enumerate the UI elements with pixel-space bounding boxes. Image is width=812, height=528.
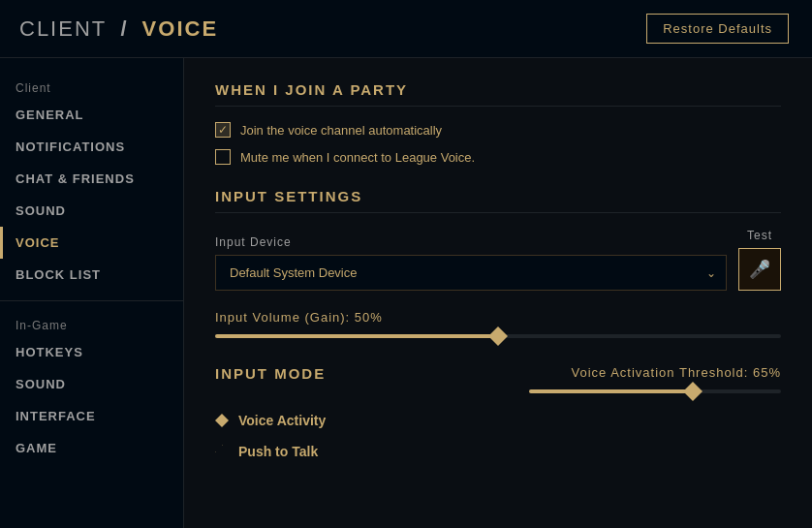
input-device-select-wrapper[interactable]: Default System Device ⌄	[215, 255, 727, 291]
input-settings-section: INPUT SETTINGS Input Device Default Syst…	[215, 188, 781, 338]
volume-label: Input Volume (Gain): 50%	[215, 310, 781, 325]
sidebar-item-block-list[interactable]: BLOCK LIST	[0, 259, 183, 291]
threshold-slider-thumb[interactable]	[683, 382, 703, 401]
input-device-wrapper: Input Device Default System Device ⌄	[215, 235, 727, 291]
push-to-talk-label: Push to Talk	[238, 444, 318, 459]
voice-threshold-wrapper: Voice Activation Threshold: 65%	[529, 365, 781, 393]
input-mode-header: INPUT MODE Voice Activation Threshold: 6…	[215, 365, 781, 397]
sidebar: Client GENERAL NOTIFICATIONS CHAT & FRIE…	[0, 58, 184, 528]
sidebar-item-chat-friends[interactable]: CHAT & FRIENDS	[0, 163, 183, 195]
voice-label: VOICE	[142, 16, 218, 41]
client-label: CLIENT	[19, 16, 107, 41]
voice-activity-radio[interactable]	[215, 414, 229, 427]
main-layout: Client GENERAL NOTIFICATIONS CHAT & FRIE…	[0, 58, 812, 528]
microphone-icon: 🎤	[749, 259, 770, 280]
sidebar-item-general[interactable]: GENERAL	[0, 99, 183, 131]
input-device-label: Input Device	[215, 235, 727, 249]
voice-threshold-label: Voice Activation Threshold: 65%	[529, 365, 781, 380]
sidebar-item-sound2[interactable]: SOUND	[0, 368, 183, 400]
test-mic-button[interactable]: 🎤	[738, 248, 781, 291]
restore-defaults-button[interactable]: Restore Defaults	[646, 14, 789, 44]
sidebar-item-game[interactable]: GAME	[0, 432, 183, 464]
push-to-talk-radio[interactable]	[215, 445, 229, 458]
test-btn-wrapper: Test 🎤	[738, 229, 781, 291]
push-to-talk-row: Push to Talk	[215, 444, 781, 459]
page-title: CLIENT / VOICE	[19, 16, 218, 42]
input-mode-section: INPUT MODE Voice Activation Threshold: 6…	[215, 365, 781, 459]
join-voice-checkbox[interactable]	[215, 122, 231, 138]
voice-activity-label: Voice Activity	[238, 413, 326, 428]
volume-row: Input Volume (Gain): 50%	[215, 310, 781, 338]
volume-slider-track[interactable]	[215, 334, 781, 338]
sidebar-item-notifications[interactable]: NOTIFICATIONS	[0, 131, 183, 163]
party-section-title: WHEN I JOIN A PARTY	[215, 81, 781, 107]
slash: /	[120, 16, 136, 41]
party-section: WHEN I JOIN A PARTY Join the voice chann…	[215, 81, 781, 165]
voice-activity-row: Voice Activity	[215, 413, 781, 428]
threshold-slider-track[interactable]	[529, 389, 781, 393]
join-voice-label: Join the voice channel automatically	[240, 123, 442, 138]
test-label: Test	[747, 229, 772, 242]
mute-row: Mute me when I connect to League Voice.	[215, 149, 781, 165]
settings-content: WHEN I JOIN A PARTY Join the voice chann…	[184, 58, 812, 528]
header: CLIENT / VOICE Restore Defaults	[0, 0, 812, 58]
sidebar-item-interface[interactable]: INTERFACE	[0, 400, 183, 432]
sidebar-item-sound[interactable]: SOUND	[0, 195, 183, 227]
mute-label: Mute me when I connect to League Voice.	[240, 150, 475, 165]
volume-slider-thumb[interactable]	[488, 326, 508, 346]
sidebar-divider	[0, 300, 183, 301]
input-mode-title: INPUT MODE	[215, 365, 326, 382]
input-device-select[interactable]: Default System Device	[230, 265, 712, 280]
mute-checkbox[interactable]	[215, 149, 231, 165]
threshold-slider-fill	[529, 389, 693, 393]
sidebar-item-voice[interactable]: VOICE	[0, 227, 183, 259]
sidebar-item-hotkeys[interactable]: HOTKEYS	[0, 336, 183, 368]
volume-slider-fill	[215, 334, 498, 338]
input-settings-title: INPUT SETTINGS	[215, 188, 781, 213]
client-section-label: Client	[0, 74, 183, 99]
input-device-row: Input Device Default System Device ⌄ Tes…	[215, 229, 781, 291]
ingame-section-label: In-Game	[0, 311, 183, 336]
join-voice-row: Join the voice channel automatically	[215, 122, 781, 138]
